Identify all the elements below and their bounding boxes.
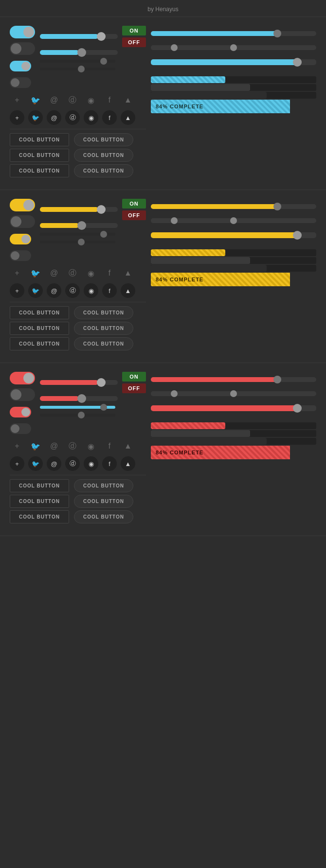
slider-thin-yellow-2[interactable] <box>40 241 115 243</box>
cool-button-rounded-3y[interactable]: COOL BUTTON <box>74 337 133 350</box>
at-icon-outline[interactable]: @ <box>47 93 61 107</box>
cool-button-flat-3r[interactable]: COOL BUTTON <box>10 510 69 523</box>
toggle-small-on-yellow[interactable] <box>10 234 31 244</box>
facebook-icon-outline-r[interactable]: f <box>102 439 117 453</box>
hslider-dot-red[interactable] <box>151 391 316 396</box>
rss-icon-filled[interactable]: ◉ <box>84 110 98 125</box>
twitter-icon-filled-y[interactable]: 🐦 <box>28 283 43 298</box>
cool-button-rounded-3r[interactable]: COOL BUTTON <box>74 510 133 523</box>
twitter-icon-outline[interactable]: 🐦 <box>28 93 43 107</box>
facebook-icon-outline-y[interactable]: f <box>102 266 117 280</box>
dribbble-icon-filled[interactable]: ⓓ <box>65 110 80 125</box>
hslider-yellow-1[interactable] <box>151 204 316 209</box>
toggle-small-on-red[interactable] <box>10 407 31 417</box>
facebook-icon-filled[interactable]: f <box>102 110 117 125</box>
facebook-icon-filled-y[interactable]: f <box>102 283 117 298</box>
cool-button-flat-2[interactable]: COOL BUTTON <box>10 149 69 162</box>
at-icon-outline-y[interactable]: @ <box>47 266 61 280</box>
hslider-red-2[interactable] <box>151 405 316 411</box>
slider-yellow-top[interactable] <box>40 207 118 212</box>
toggle-small-on-blue[interactable] <box>10 61 31 71</box>
cool-button-flat-1y[interactable]: COOL BUTTON <box>10 306 69 319</box>
cool-button-rounded-1y[interactable]: COOL BUTTON <box>74 306 133 319</box>
on-button-yellow[interactable]: ON <box>122 199 146 208</box>
twitter-icon-outline-r[interactable]: 🐦 <box>28 439 43 453</box>
off-button-red[interactable]: OFF <box>122 383 146 393</box>
cool-button-rounded-2r[interactable]: COOL BUTTON <box>74 495 133 508</box>
slider-dark-red[interactable] <box>40 396 118 401</box>
cool-button-flat-3y[interactable]: COOL BUTTON <box>10 337 69 350</box>
toggle-small-off-yellow[interactable] <box>10 250 31 261</box>
slider-thin-yellow-1[interactable] <box>40 233 115 236</box>
google-icon-filled-r[interactable]: ▲ <box>121 456 135 471</box>
twitter-icon-filled-r[interactable]: 🐦 <box>28 456 43 471</box>
rss-icon-filled-y[interactable]: ◉ <box>84 283 98 298</box>
cool-button-rounded-2y[interactable]: COOL BUTTON <box>74 322 133 335</box>
plus-icon-outline[interactable]: + <box>10 93 24 107</box>
toggle-small-off-blue[interactable] <box>10 77 31 88</box>
rss-icon-outline-r[interactable]: ◉ <box>84 439 98 453</box>
cool-button-flat-2r[interactable]: COOL BUTTON <box>10 495 69 508</box>
hslider-blue-1[interactable] <box>151 31 316 36</box>
cool-button-flat-1r[interactable]: COOL BUTTON <box>10 479 69 492</box>
twitter-icon-filled[interactable]: 🐦 <box>28 110 43 125</box>
on-button-blue[interactable]: ON <box>122 26 146 35</box>
slider-thin-red-1[interactable] <box>40 406 115 409</box>
google-icon-filled[interactable]: ▲ <box>121 110 135 125</box>
slider-blue-top[interactable] <box>40 34 118 39</box>
google-icon-outline[interactable]: ▲ <box>121 93 135 107</box>
off-button-yellow[interactable]: OFF <box>122 210 146 220</box>
cool-button-rounded-2[interactable]: COOL BUTTON <box>74 149 133 162</box>
slider-thin-2[interactable] <box>40 68 115 70</box>
google-icon-filled-y[interactable]: ▲ <box>121 283 135 298</box>
hslider-dot-yellow[interactable] <box>151 218 316 223</box>
cool-button-rounded-1r[interactable]: COOL BUTTON <box>74 479 133 492</box>
slider-thin-red-2[interactable] <box>40 414 115 417</box>
toggle-large-on-blue[interactable] <box>10 26 35 38</box>
rss-icon-outline[interactable]: ◉ <box>84 93 98 107</box>
cool-button-rounded-3[interactable]: COOL BUTTON <box>74 164 133 177</box>
toggle-large-on-red[interactable] <box>10 372 35 384</box>
plus-icon-outline-r[interactable]: + <box>10 439 24 453</box>
at-icon-filled[interactable]: @ <box>47 110 61 125</box>
toggles-col-red <box>10 372 35 436</box>
plus-icon-filled[interactable]: + <box>10 110 24 125</box>
at-icon-filled-r[interactable]: @ <box>47 456 61 471</box>
dribbble-icon-outline[interactable]: ⓓ <box>65 93 80 107</box>
off-button-blue[interactable]: OFF <box>122 37 146 47</box>
rss-icon-filled-r[interactable]: ◉ <box>84 456 98 471</box>
slider-dark-yellow[interactable] <box>40 223 118 228</box>
slider-dark-1[interactable] <box>40 50 118 55</box>
dribbble-icon-outline-y[interactable]: ⓓ <box>65 266 80 280</box>
toggle-large-off-red[interactable] <box>10 388 35 401</box>
plus-icon-outline-y[interactable]: + <box>10 266 24 280</box>
slider-thin-1[interactable] <box>40 60 115 63</box>
google-icon-outline-r[interactable]: ▲ <box>121 439 135 453</box>
dribbble-icon-filled-r[interactable]: ⓓ <box>65 456 80 471</box>
google-icon-outline-y[interactable]: ▲ <box>121 266 135 280</box>
cool-button-flat-1[interactable]: COOL BUTTON <box>10 133 69 146</box>
at-icon-outline-r[interactable]: @ <box>47 439 61 453</box>
facebook-icon-filled-r[interactable]: f <box>102 456 117 471</box>
twitter-icon-outline-y[interactable]: 🐦 <box>28 266 43 280</box>
toggle-large-on-yellow[interactable] <box>10 199 35 211</box>
slider-red-top[interactable] <box>40 380 118 385</box>
plus-icon-filled-y[interactable]: + <box>10 283 24 298</box>
cool-button-flat-3[interactable]: COOL BUTTON <box>10 164 69 177</box>
toggle-small-off-red[interactable] <box>10 423 31 434</box>
hslider-yellow-2[interactable] <box>151 232 316 238</box>
dribbble-icon-outline-r[interactable]: ⓓ <box>65 439 80 453</box>
plus-icon-filled-r[interactable]: + <box>10 456 24 471</box>
rss-icon-outline-y[interactable]: ◉ <box>84 266 98 280</box>
at-icon-filled-y[interactable]: @ <box>47 283 61 298</box>
hslider-blue-2[interactable] <box>151 59 316 65</box>
dribbble-icon-filled-y[interactable]: ⓓ <box>65 283 80 298</box>
cool-button-rounded-1[interactable]: COOL BUTTON <box>74 133 133 146</box>
toggle-large-off-yellow[interactable] <box>10 215 35 228</box>
facebook-icon-outline[interactable]: f <box>102 93 117 107</box>
toggle-large-off-blue[interactable] <box>10 42 35 55</box>
hslider-red-1[interactable] <box>151 377 316 382</box>
cool-button-flat-2y[interactable]: COOL BUTTON <box>10 322 69 335</box>
on-button-red[interactable]: ON <box>122 372 146 382</box>
hslider-dot-1[interactable] <box>151 45 316 50</box>
